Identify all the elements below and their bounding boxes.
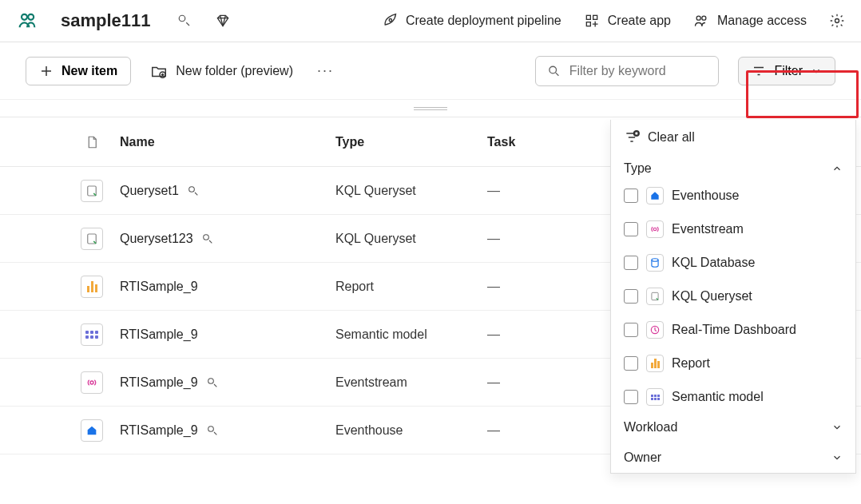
artifact-type-icon bbox=[64, 371, 120, 394]
svg-point-18 bbox=[208, 426, 213, 431]
artifact-name[interactable]: Queryset1 bbox=[120, 184, 179, 198]
artifact-type-icon bbox=[64, 276, 120, 298]
filter-section-workload-title: Workload bbox=[624, 420, 677, 435]
filter-option-label: Eventhouse bbox=[672, 189, 740, 203]
filter-option-icon bbox=[646, 187, 664, 204]
column-type[interactable]: Type bbox=[335, 135, 487, 149]
filter-option-icon bbox=[646, 321, 664, 339]
filter-option-label: KQL Queryset bbox=[672, 289, 752, 304]
artifact-type-icon bbox=[64, 323, 120, 346]
item-badge-icon bbox=[204, 375, 220, 391]
artifact-task: — bbox=[487, 232, 607, 246]
filter-section-workload-header[interactable]: Workload bbox=[611, 412, 855, 442]
manage-access-label: Manage access bbox=[717, 14, 807, 28]
artifact-type-label: Eventstream bbox=[335, 375, 487, 390]
svg-point-3 bbox=[389, 19, 391, 22]
column-task[interactable]: Task bbox=[487, 135, 607, 149]
filter-option[interactable]: Report bbox=[624, 355, 843, 372]
artifact-task: — bbox=[487, 184, 607, 198]
artifact-name[interactable]: RTISample_9 bbox=[120, 375, 198, 390]
svg-point-0 bbox=[22, 14, 27, 20]
create-deployment-pipeline-button[interactable]: Create deployment pipeline bbox=[382, 13, 561, 29]
filter-option[interactable]: Semantic model bbox=[624, 388, 843, 406]
premium-diamond-icon[interactable] bbox=[215, 13, 231, 29]
artifact-task: — bbox=[487, 327, 607, 342]
filter-option-checkbox[interactable] bbox=[624, 356, 638, 371]
workspace-icon bbox=[16, 10, 38, 32]
artifact-name[interactable]: RTISample_9 bbox=[120, 280, 198, 294]
filter-option-icon bbox=[646, 388, 664, 406]
filter-section-type-title: Type bbox=[624, 161, 652, 176]
header-type-icon bbox=[64, 135, 120, 149]
filter-option-checkbox[interactable] bbox=[624, 390, 638, 404]
svg-rect-4 bbox=[586, 15, 590, 19]
artifact-type-label: KQL Queryset bbox=[335, 184, 487, 198]
chevron-up-icon bbox=[831, 163, 843, 174]
artifact-task: — bbox=[487, 280, 607, 294]
filter-type-options: Eventhouse Eventstream KQL Database KQL … bbox=[611, 184, 855, 412]
artifact-type-icon bbox=[64, 228, 120, 250]
artifact-task: — bbox=[487, 375, 607, 390]
filter-option-icon bbox=[646, 220, 664, 238]
filter-option-checkbox[interactable] bbox=[624, 222, 638, 236]
svg-point-17 bbox=[208, 378, 213, 383]
chevron-down-icon bbox=[811, 65, 822, 77]
filter-option[interactable]: Eventstream bbox=[624, 220, 843, 238]
filter-option-checkbox[interactable] bbox=[624, 189, 638, 203]
item-badge-icon bbox=[200, 231, 216, 247]
app-header: sample111 Create deployment pipeline Cre… bbox=[0, 0, 861, 42]
svg-point-7 bbox=[696, 16, 700, 20]
filter-option-checkbox[interactable] bbox=[624, 289, 638, 304]
manage-access-button[interactable]: Manage access bbox=[693, 13, 807, 29]
create-app-button[interactable]: Create app bbox=[584, 13, 671, 29]
new-folder-button[interactable]: New folder (preview) bbox=[150, 62, 293, 80]
search-input[interactable] bbox=[569, 64, 708, 78]
svg-point-15 bbox=[203, 234, 208, 240]
filter-option[interactable]: KQL Database bbox=[624, 254, 843, 272]
filter-option-checkbox[interactable] bbox=[624, 256, 638, 270]
filter-option-icon bbox=[646, 254, 664, 272]
filter-section-type-header[interactable]: Type bbox=[611, 153, 855, 184]
clear-all-filters-button[interactable]: Clear all bbox=[611, 120, 855, 153]
filter-section-owner-header[interactable]: Owner bbox=[611, 442, 855, 473]
artifact-task: — bbox=[487, 423, 607, 438]
artifact-type-icon bbox=[64, 419, 120, 442]
filter-option-icon bbox=[646, 355, 664, 372]
artifact-type-label: Semantic model bbox=[335, 327, 487, 342]
workspace-toolbar: New item New folder (preview) ··· Filter bbox=[0, 42, 861, 100]
filter-icon bbox=[752, 64, 766, 78]
create-app-label: Create app bbox=[608, 14, 671, 28]
filter-option-icon bbox=[646, 288, 664, 305]
new-item-button[interactable]: New item bbox=[26, 57, 131, 85]
create-pipeline-label: Create deployment pipeline bbox=[406, 14, 561, 28]
settings-gear-icon[interactable] bbox=[829, 13, 845, 29]
filter-label: Filter bbox=[774, 64, 803, 78]
filter-option-label: Eventstream bbox=[672, 222, 744, 236]
filter-option-label: Report bbox=[672, 356, 710, 371]
filter-option[interactable]: KQL Queryset bbox=[624, 288, 843, 305]
column-name[interactable]: Name bbox=[120, 135, 335, 149]
workspace-badge-icon[interactable] bbox=[177, 13, 192, 29]
artifact-type-label: Eventhouse bbox=[335, 423, 487, 438]
svg-point-1 bbox=[28, 14, 34, 20]
item-badge-icon bbox=[204, 423, 220, 439]
filter-button[interactable]: Filter bbox=[738, 57, 835, 85]
svg-point-13 bbox=[188, 186, 194, 192]
filter-option[interactable]: Real-Time Dashboard bbox=[624, 321, 843, 339]
artifact-type-label: KQL Queryset bbox=[335, 232, 487, 246]
filter-option[interactable]: Eventhouse bbox=[624, 187, 843, 204]
artifact-name[interactable]: RTISample_9 bbox=[120, 423, 198, 438]
filter-option-label: Semantic model bbox=[672, 390, 764, 404]
svg-point-8 bbox=[702, 16, 706, 20]
svg-point-21 bbox=[652, 259, 658, 262]
svg-point-2 bbox=[179, 15, 185, 22]
artifact-name[interactable]: RTISample_9 bbox=[120, 327, 198, 342]
artifact-name[interactable]: Queryset123 bbox=[120, 232, 193, 246]
search-box[interactable] bbox=[535, 56, 719, 86]
filter-option-checkbox[interactable] bbox=[624, 323, 638, 337]
chevron-down-icon bbox=[831, 422, 843, 433]
resize-handle[interactable] bbox=[0, 100, 861, 117]
svg-rect-5 bbox=[593, 15, 597, 19]
filter-option-label: Real-Time Dashboard bbox=[672, 323, 796, 337]
more-menu-button[interactable]: ··· bbox=[312, 62, 339, 79]
